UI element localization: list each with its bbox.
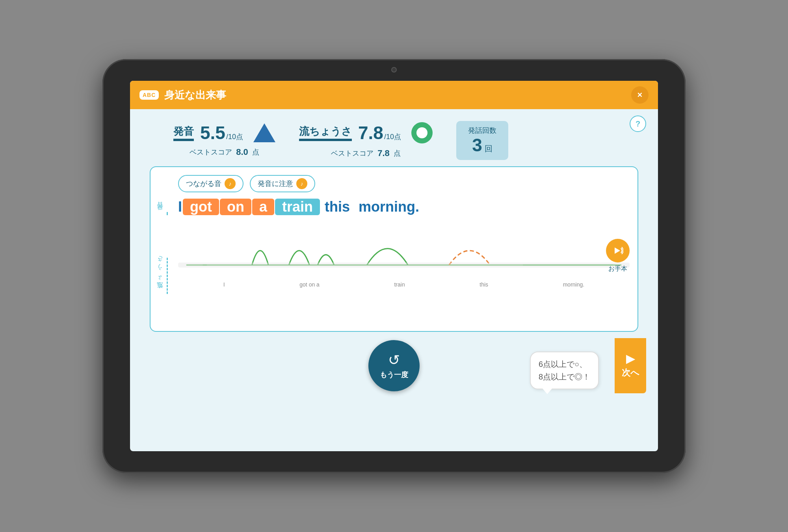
- word-a: a: [252, 199, 274, 215]
- waveform-area: I got on a train this morning.: [178, 223, 630, 286]
- word-morning: morning.: [355, 199, 419, 215]
- fluency-header: 流ちょうさ 7.8 /10点: [299, 122, 433, 143]
- waveform-label-got: got on a: [299, 281, 320, 288]
- pronunciation-best-unit: 点: [252, 147, 259, 157]
- speaking-count-value: 3: [472, 135, 482, 155]
- page-title: 身近な出来事: [164, 88, 226, 102]
- help-button[interactable]: ?: [630, 115, 646, 132]
- analysis-panel: 発音 流ちょうさ つながる音 ♪ 発音に注意 ♪ I: [150, 166, 638, 332]
- sound-icon-1: ♪: [225, 178, 236, 189]
- pronunciation-score-block: 発音 5.5 /10点 ベストスコア 8.0 点: [173, 123, 275, 157]
- abc-badge: ABC: [139, 90, 159, 100]
- bottom-section: ↺ もう一度 6点以上で○、 8点以上で◎！ ▶ 次へ: [142, 338, 646, 393]
- triangle-icon: [253, 123, 275, 142]
- word-on: on: [220, 199, 251, 215]
- play-button-area[interactable]: お手本: [606, 238, 630, 273]
- bubble-line1: 6点以上で○、: [539, 358, 590, 370]
- waveform-labels: I got on a train this morning.: [178, 281, 630, 288]
- fluency-label: 流ちょうさ: [299, 125, 352, 140]
- waveform-label-I: I: [223, 281, 225, 288]
- circle-icon: [411, 122, 433, 143]
- word-train: train: [275, 199, 320, 215]
- fluency-best-value: 7.8: [377, 148, 390, 158]
- speaking-count-box: 発話回数 3 回: [456, 121, 508, 160]
- speech-bubble: 6点以上で○、 8点以上で◎！: [530, 352, 599, 389]
- fluency-unit: /10点: [384, 132, 401, 141]
- tags-row: つながる音 ♪ 発音に注意 ♪: [178, 175, 630, 192]
- speaking-count-label: 発話回数: [468, 126, 496, 135]
- word-this: this: [321, 199, 354, 215]
- panel-label-fluency: 流ちょうさ: [156, 258, 168, 294]
- tag-pronunciation-note-label: 発音に注意: [258, 179, 293, 188]
- fluency-nums: 7.8 /10点: [358, 124, 401, 142]
- retry-icon: ↺: [388, 352, 400, 368]
- svg-rect-2: [178, 262, 630, 268]
- retry-label: もう一度: [380, 370, 408, 379]
- pronunciation-best-row: ベストスコア 8.0 点: [190, 147, 259, 157]
- tablet-camera: [391, 67, 397, 73]
- svg-marker-3: [615, 247, 620, 253]
- waveform-label-this: this: [479, 281, 488, 288]
- tablet-screen: ABC 身近な出来事 × ? 発音 5.5 /10点: [130, 81, 658, 451]
- retry-button[interactable]: ↺ もう一度: [368, 340, 420, 391]
- main-content: ? 発音 5.5 /10点: [130, 109, 658, 401]
- bubble-line2: 8点以上で◎！: [539, 370, 590, 383]
- fluency-best-unit: 点: [394, 149, 401, 158]
- next-button[interactable]: ▶ 次へ: [615, 338, 646, 393]
- sentence-display: I got on a train this morning.: [178, 199, 630, 215]
- fluency-best-label: ベストスコア: [331, 149, 374, 158]
- pronunciation-header: 発音 5.5 /10点: [173, 123, 275, 142]
- pronunciation-best-label: ベストスコア: [190, 147, 232, 157]
- close-button[interactable]: ×: [631, 86, 649, 104]
- tag-pronunciation-note[interactable]: 発音に注意 ♪: [250, 175, 315, 192]
- tag-connected-sound-label: つながる音: [186, 179, 221, 188]
- header-bar: ABC 身近な出来事 ×: [130, 81, 658, 109]
- panel-left-labels: 発音 流ちょうさ: [156, 167, 168, 331]
- scores-row: 発音 5.5 /10点 ベストスコア 8.0 点: [142, 117, 646, 160]
- pronunciation-value: 5.5: [200, 124, 225, 142]
- waveform-label-morning: morning.: [563, 281, 584, 288]
- panel-label-pronunciation: 発音: [156, 212, 168, 215]
- next-arrow-icon: ▶: [626, 352, 635, 365]
- speaking-count-unit: 回: [485, 143, 492, 154]
- word-I: I: [178, 199, 182, 215]
- next-label: 次へ: [622, 367, 639, 379]
- fluency-best-row: ベストスコア 7.8 点: [331, 148, 401, 158]
- tag-connected-sound[interactable]: つながる音 ♪: [178, 175, 243, 192]
- pronunciation-best-value: 8.0: [236, 147, 248, 157]
- circle-inner: [416, 127, 427, 138]
- fluency-indicator: [411, 122, 433, 143]
- word-got: got: [183, 199, 219, 215]
- sound-icon-2: ♪: [296, 178, 307, 189]
- pronunciation-unit: /10点: [226, 132, 243, 141]
- fluency-value: 7.8: [358, 124, 383, 142]
- waveform-svg: [178, 223, 630, 278]
- speaker-icon: [612, 245, 623, 256]
- pronunciation-label: 発音: [173, 125, 194, 140]
- pronunciation-nums: 5.5 /10点: [200, 124, 243, 142]
- play-button[interactable]: [606, 238, 630, 262]
- waveform-label-train: train: [394, 281, 405, 288]
- fluency-score-block: 流ちょうさ 7.8 /10点 ベストスコア: [299, 122, 433, 158]
- play-label: お手本: [608, 264, 627, 273]
- pronunciation-indicator: [253, 123, 275, 142]
- tablet-device: ABC 身近な出来事 × ? 発音 5.5 /10点: [102, 59, 686, 473]
